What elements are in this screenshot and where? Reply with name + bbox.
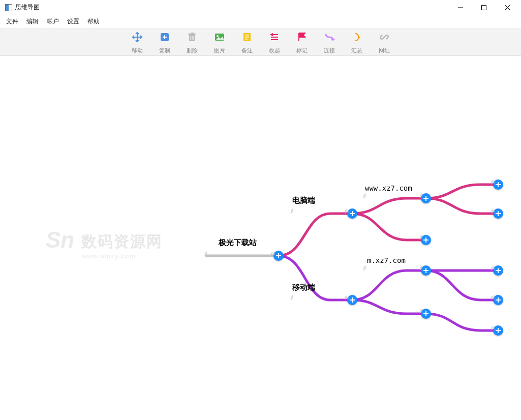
menu-settings[interactable]: 设置 — [63, 16, 83, 27]
titlebar: 思维导图 — [0, 0, 521, 15]
node-mobile[interactable]: 移动端 — [292, 283, 315, 292]
node-pc[interactable]: 电脑端 — [292, 196, 315, 205]
add-leaf-4[interactable] — [493, 295, 503, 305]
hash-decoration: /// — [288, 294, 294, 301]
hash-decoration: /// — [288, 208, 294, 215]
tool-url[interactable]: 网址 — [375, 29, 393, 54]
add-node-pc[interactable] — [347, 208, 357, 219]
menubar: 文件 编辑 帐户 设置 帮助 — [0, 15, 521, 28]
toolbar: 移动 复制 删除 图片 备注 收起 标记 连接 汇总 网址 — [0, 28, 521, 56]
svg-rect-11 — [191, 33, 194, 34]
tool-collapse-label: 收起 — [269, 47, 280, 54]
node-mobile-url[interactable]: m.xz7.com — [367, 256, 406, 264]
tool-mark[interactable]: 标记 — [293, 29, 311, 54]
menu-edit[interactable]: 编辑 — [22, 16, 43, 27]
app-icon — [5, 4, 12, 11]
collapse-icon — [269, 32, 280, 43]
tool-link-label: 连接 — [324, 47, 335, 54]
tool-image[interactable]: 图片 — [210, 29, 229, 54]
flag-icon — [296, 32, 308, 43]
window-title: 思维导图 — [15, 3, 40, 12]
maximize-icon — [481, 5, 486, 10]
tool-move[interactable]: 移动 — [128, 29, 146, 54]
tool-copy[interactable]: 复制 — [156, 29, 174, 54]
tool-collapse[interactable]: 收起 — [265, 29, 284, 54]
node-root[interactable]: 极光下载站 — [219, 238, 257, 248]
svg-point-16 — [217, 35, 219, 37]
add-node-pc-blank[interactable] — [421, 235, 431, 245]
window-controls — [449, 0, 519, 15]
hash-decoration: /// — [202, 251, 208, 257]
hash-decoration: /// — [361, 193, 367, 199]
tool-note[interactable]: 备注 — [238, 29, 256, 54]
node-pc-url[interactable]: www.xz7.com — [365, 184, 412, 192]
summary-icon — [351, 32, 362, 43]
tool-url-label: 网址 — [379, 47, 390, 54]
add-node-mobile-blank[interactable] — [421, 309, 431, 319]
add-node-pc-url[interactable] — [421, 193, 431, 203]
maximize-button[interactable] — [472, 0, 496, 15]
add-leaf-2[interactable] — [493, 208, 503, 219]
note-icon — [241, 32, 253, 43]
close-icon — [505, 5, 510, 10]
image-icon — [214, 32, 225, 43]
watermark-text: 数码资源网 — [81, 231, 163, 252]
tool-note-label: 备注 — [241, 47, 253, 54]
mindmap-canvas[interactable]: Sn 数码资源网 www.smzy.com 极光下载站 电脑端 移动端 www.… — [0, 56, 521, 420]
tool-delete-label: 删除 — [187, 47, 198, 54]
tool-copy-label: 复制 — [159, 47, 170, 54]
close-button[interactable] — [496, 0, 519, 15]
svg-rect-1 — [482, 5, 486, 10]
url-icon — [379, 32, 390, 43]
menu-file[interactable]: 文件 — [2, 16, 22, 27]
delete-icon — [187, 32, 198, 43]
add-leaf-5[interactable] — [493, 325, 503, 336]
minimize-button[interactable] — [449, 0, 472, 15]
move-icon — [132, 32, 143, 43]
tool-delete[interactable]: 删除 — [183, 29, 201, 54]
add-leaf-3[interactable] — [493, 265, 503, 276]
tool-image-label: 图片 — [214, 47, 225, 54]
tool-move-label: 移动 — [132, 47, 143, 54]
svg-rect-10 — [188, 34, 196, 35]
add-leaf-1[interactable] — [493, 179, 503, 190]
add-node-root[interactable] — [273, 251, 284, 261]
svg-line-24 — [383, 36, 386, 39]
menu-help[interactable]: 帮助 — [83, 16, 104, 27]
menu-account[interactable]: 帐户 — [43, 16, 63, 27]
tool-mark-label: 标记 — [296, 47, 308, 54]
mindmap-tree — [0, 56, 521, 420]
add-node-mobile[interactable] — [347, 295, 357, 305]
add-node-mobile-url[interactable] — [421, 265, 431, 276]
tool-summary[interactable]: 汇总 — [348, 29, 366, 54]
watermark-url: www.smzy.com — [81, 252, 163, 260]
minimize-icon — [458, 5, 463, 10]
tool-summary-label: 汇总 — [351, 47, 362, 54]
watermark: Sn 数码资源网 www.smzy.com — [81, 231, 163, 260]
hash-decoration: /// — [361, 265, 367, 272]
copy-icon — [159, 32, 170, 43]
tool-link[interactable]: 连接 — [320, 29, 339, 54]
link-icon — [324, 32, 335, 43]
